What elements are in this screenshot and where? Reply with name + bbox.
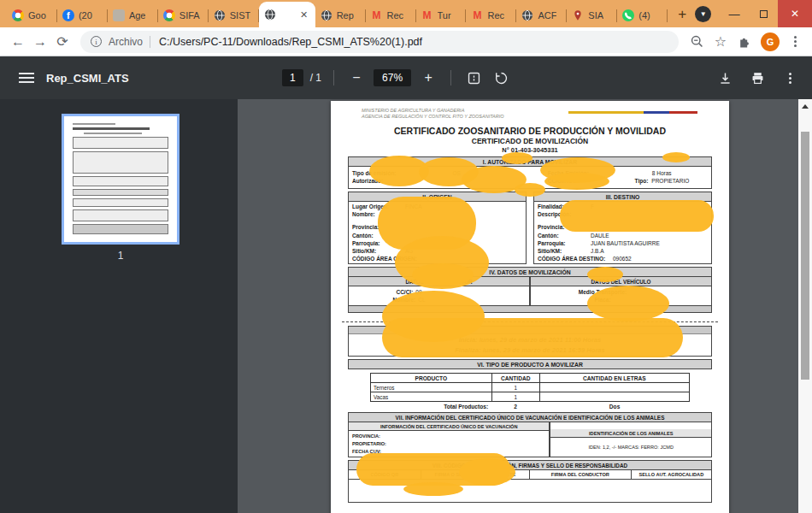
tab-close-icon[interactable]: ✕ bbox=[298, 9, 310, 21]
page-total: / 1 bbox=[310, 72, 321, 84]
pdf-title: Rep_CSMI_ATS bbox=[46, 72, 129, 85]
download-button[interactable] bbox=[715, 68, 735, 88]
pdf-page: MINISTERIO DE AGRICULTURA Y GANADERIA AG… bbox=[331, 101, 729, 513]
document-title: CERTIFICADO ZOOSANITARIO DE PRODUCCIÓN Y… bbox=[339, 126, 721, 136]
reload-button[interactable]: ⟳ bbox=[51, 31, 74, 53]
url-text: C:/Users/PC-11/Downloads/Rep_CSMI_ATS%20… bbox=[159, 36, 422, 48]
section-vacunacion: VII. INFORMACIÓN DEL CERTIFICADO ÚNICO D… bbox=[348, 412, 712, 457]
tab-sifa[interactable]: SIFA bbox=[158, 3, 209, 27]
browser-window: Goo f (20 Age SIFA SIST ✕ Rep M Re bbox=[0, 0, 812, 513]
tab-acf[interactable]: ACF bbox=[516, 3, 567, 27]
address-bar: ← → ⟳ i Archivo C:/Users/PC-11/Downloads… bbox=[0, 27, 812, 56]
tab-google-1[interactable]: Goo bbox=[7, 3, 57, 27]
redaction-blob bbox=[544, 173, 609, 190]
tab-rep[interactable]: Rep bbox=[315, 3, 366, 27]
google-favicon-icon bbox=[12, 9, 24, 21]
url-prefix: Archivo bbox=[109, 36, 143, 48]
redaction-blob bbox=[382, 318, 683, 357]
pdf-menu-icon[interactable] bbox=[19, 73, 34, 83]
table-total-row: Total Productos: 2 Dos bbox=[370, 404, 690, 410]
tab-active-pdf[interactable]: ✕ bbox=[259, 2, 315, 27]
tab-sia[interactable]: SIA bbox=[567, 3, 617, 27]
table-row: Vacas 1 bbox=[371, 392, 690, 402]
redaction-blob bbox=[587, 286, 669, 321]
info-icon[interactable]: i bbox=[91, 36, 102, 47]
tab-sist[interactable]: SIST bbox=[209, 3, 259, 27]
facebook-icon: f bbox=[62, 9, 74, 21]
fit-page-button[interactable] bbox=[463, 68, 484, 88]
gmail-icon: M bbox=[471, 9, 483, 21]
redaction-blob bbox=[587, 267, 623, 282]
certificate-number: N° 01-403-3045331 bbox=[339, 146, 721, 154]
ecuador-flag-strip-icon bbox=[568, 111, 697, 114]
new-tab-button[interactable]: + bbox=[671, 3, 693, 26]
table-row: Terneros 1 bbox=[371, 383, 690, 392]
tab-gmail-tur[interactable]: M Tur bbox=[416, 3, 467, 27]
globe-icon bbox=[264, 9, 276, 21]
pdf-viewer: 1 MINISTERIO DE AGRICULTURA Y GANADERIA … bbox=[0, 99, 812, 513]
product-table: PRODUCTO CANTIDAD CANTIDAD EN LETRAS Ter… bbox=[370, 373, 690, 410]
profile-avatar[interactable]: G bbox=[761, 32, 780, 51]
zoom-out-button[interactable]: − bbox=[346, 68, 367, 88]
globe-icon bbox=[521, 9, 533, 21]
globe-icon bbox=[321, 9, 332, 21]
redaction-blob bbox=[515, 183, 545, 197]
google-favicon-icon bbox=[163, 9, 175, 21]
browser-menu-icon[interactable] bbox=[785, 36, 805, 47]
redaction-blob bbox=[403, 482, 463, 496]
scrollbar-thumb[interactable] bbox=[801, 132, 809, 380]
thumbnail-panel: 1 bbox=[0, 99, 238, 513]
maximize-icon bbox=[760, 10, 768, 18]
document-subtitle: CERTIFICADO DE MOVILIZACIÓN bbox=[339, 137, 721, 145]
redaction-blob bbox=[662, 152, 690, 162]
page-number-input[interactable]: 1 bbox=[282, 69, 303, 86]
tab-gmail-rec-2[interactable]: M Rec bbox=[466, 3, 516, 27]
animal-identification: IDEN: 1,2, -/- MARCAS: FERRO: JCMD bbox=[550, 438, 711, 450]
zoom-out-icon[interactable] bbox=[685, 31, 708, 53]
pdf-toolbar: Rep_CSMI_ATS 1 / 1 − 67% + bbox=[0, 56, 812, 99]
tab-age[interactable]: Age bbox=[108, 3, 158, 27]
section-producto: VI. TIPO DE PRODUCTO A MOVILIZAR bbox=[348, 359, 712, 369]
page-thumbnail[interactable] bbox=[62, 114, 179, 245]
tab-gmail-rec-1[interactable]: M Rec bbox=[366, 3, 416, 27]
tab-bar: Goo f (20 Age SIFA SIST ✕ Rep M Re bbox=[0, 0, 812, 27]
generic-favicon-icon bbox=[113, 9, 125, 21]
gmail-icon: M bbox=[371, 9, 383, 21]
maximize-button[interactable] bbox=[749, 0, 778, 27]
globe-icon bbox=[214, 9, 226, 21]
tab-facebook[interactable]: f (20 bbox=[57, 3, 108, 27]
gmail-icon: M bbox=[421, 9, 433, 21]
close-button[interactable]: ✕ bbox=[778, 0, 812, 27]
bookmark-star-icon[interactable]: ☆ bbox=[709, 31, 732, 53]
redaction-blob bbox=[502, 152, 533, 164]
whatsapp-icon bbox=[622, 9, 634, 21]
scroll-up-icon[interactable] bbox=[802, 104, 809, 109]
ministry-header: MINISTERIO DE AGRICULTURA Y GANADERIA AG… bbox=[362, 108, 504, 120]
minimize-button[interactable]: — bbox=[720, 0, 749, 27]
thumbnail-page-number: 1 bbox=[62, 250, 179, 262]
url-field[interactable]: i Archivo C:/Users/PC-11/Downloads/Rep_C… bbox=[80, 31, 679, 53]
rotate-button[interactable] bbox=[491, 68, 511, 88]
vertical-scrollbar[interactable] bbox=[798, 99, 812, 513]
map-pin-icon bbox=[572, 9, 584, 21]
extensions-puzzle-icon[interactable] bbox=[733, 31, 756, 53]
back-button[interactable]: ← bbox=[7, 31, 29, 53]
redaction-blob bbox=[459, 458, 515, 486]
redaction-blob bbox=[412, 263, 474, 286]
redaction-blob bbox=[560, 200, 714, 232]
forward-button[interactable]: → bbox=[29, 31, 51, 53]
print-button[interactable] bbox=[747, 68, 768, 88]
tab-search-button[interactable]: ▼ bbox=[695, 6, 711, 22]
tab-whatsapp[interactable]: (4) bbox=[617, 3, 668, 27]
pdf-more-menu-icon[interactable] bbox=[780, 73, 800, 84]
zoom-in-button[interactable]: + bbox=[418, 68, 438, 88]
zoom-level[interactable]: 67% bbox=[374, 69, 411, 86]
